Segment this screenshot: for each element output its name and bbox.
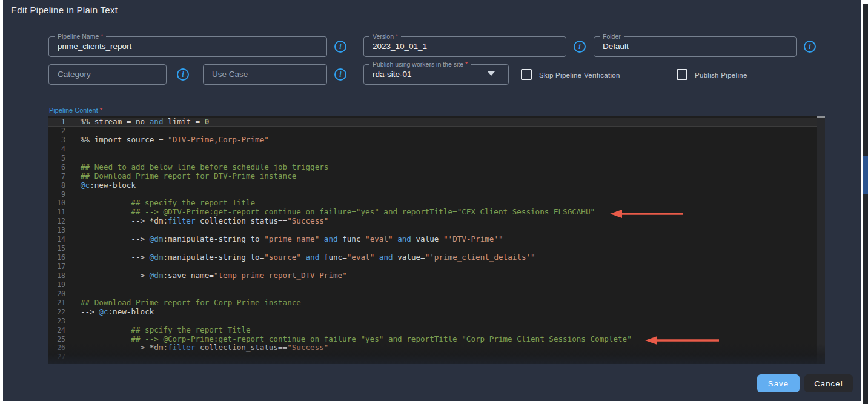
- code-line-7[interactable]: 7## Download Prime report for DTV-Prime …: [48, 172, 817, 181]
- code-text: --> @dm:save name="temp-prime-report_DTV…: [113, 271, 817, 280]
- code-text: ## Download Prime report for DTV-Prime i…: [73, 172, 817, 181]
- line-number: 16: [48, 253, 73, 262]
- code-text: [113, 353, 817, 362]
- code-line-20[interactable]: 20: [48, 290, 817, 299]
- use-case-placeholder: Use Case: [212, 70, 248, 79]
- code-text: [113, 280, 817, 290]
- site-label: Publish using workers in the site *: [369, 61, 471, 68]
- folder-input[interactable]: Folder Default: [594, 36, 797, 57]
- code-line-10[interactable]: 10 ## specify the report Title: [48, 199, 817, 208]
- skip-pipeline-verification-checkbox[interactable]: [521, 69, 532, 80]
- code-line-8[interactable]: 8@c:new-block: [48, 181, 817, 190]
- page-scrollbar[interactable]: [863, 4, 868, 404]
- code-line-3[interactable]: 3%% import_source = "DTV-Prime,Corp-Prim…: [48, 136, 817, 145]
- line-number: 13: [48, 226, 73, 235]
- code-line-22[interactable]: 22--> @c:new-block: [48, 308, 817, 317]
- line-number: 11: [48, 208, 73, 217]
- code-line-5[interactable]: 5: [48, 154, 817, 163]
- site-value: rda-site-01: [373, 70, 412, 79]
- line-number: 2: [48, 127, 73, 136]
- code-text: %% stream = no and limit = 0: [73, 118, 817, 127]
- code-text: --> @c:new-block: [73, 308, 817, 317]
- code-line-12[interactable]: 12 --> *dm:filter collection_status=="Su…: [48, 217, 817, 226]
- code-line-18[interactable]: 18 --> @dm:save name="temp-prime-report_…: [48, 271, 817, 280]
- publish-pipeline-checkbox[interactable]: [677, 69, 687, 80]
- code-line-14[interactable]: 14 --> @dm:manipulate-string to="prime_n…: [48, 235, 817, 244]
- info-icon[interactable]: i: [574, 41, 586, 53]
- pipeline-name-input[interactable]: Pipeline Name * prime_clients_report: [48, 36, 327, 57]
- page-scrollbar-thumb[interactable]: [863, 156, 868, 194]
- info-icon[interactable]: i: [177, 68, 189, 81]
- code-text: ## spcify the report Title: [113, 326, 817, 335]
- version-label: Version *: [369, 33, 401, 41]
- line-number: 9: [48, 190, 73, 199]
- category-input[interactable]: Category: [48, 64, 167, 85]
- editor-scrollbar[interactable]: [817, 116, 825, 364]
- code-line-9[interactable]: 9: [48, 190, 817, 199]
- code-line-1[interactable]: 1%% stream = no and limit = 0: [48, 118, 817, 127]
- line-number: 4: [48, 145, 73, 154]
- code-line-25[interactable]: 25 ## --> @Corp-Prime:get-report continu…: [48, 335, 817, 344]
- line-number: 19: [48, 280, 73, 290]
- code-line-24[interactable]: 24 ## spcify the report Title: [48, 326, 817, 335]
- site-select[interactable]: Publish using workers in the site * rda-…: [363, 64, 509, 85]
- line-number: 17: [48, 262, 73, 271]
- line-number: 20: [48, 290, 73, 299]
- cancel-button[interactable]: Cancel: [804, 374, 853, 392]
- save-button[interactable]: Save: [757, 374, 800, 392]
- code-text: [113, 317, 817, 326]
- pipeline-name-label: Pipeline Name *: [55, 33, 106, 41]
- skip-pipeline-verification-label: Skip Pipeline Verification: [539, 71, 620, 79]
- code-lines: 1%% stream = no and limit = 023%% import…: [48, 118, 817, 362]
- code-text: [73, 127, 817, 136]
- edit-pipeline-dialog: Edit Pipeline in Plain Text Pipeline Nam…: [3, 0, 861, 401]
- use-case-input[interactable]: Use Case: [203, 64, 327, 85]
- chevron-down-icon: [488, 71, 495, 76]
- line-number: 10: [48, 199, 73, 208]
- line-number: 3: [48, 136, 73, 145]
- line-number: 8: [48, 181, 73, 190]
- line-number: 12: [48, 217, 73, 226]
- pipeline-content-editor[interactable]: 1%% stream = no and limit = 023%% import…: [48, 116, 825, 364]
- code-text: [113, 244, 817, 253]
- info-icon[interactable]: i: [334, 41, 346, 53]
- info-icon[interactable]: i: [804, 41, 816, 53]
- code-text: [113, 190, 817, 199]
- code-line-11[interactable]: 11 ## --> @DTV-Prime:get-report continue…: [48, 208, 817, 217]
- line-number: 24: [48, 326, 73, 335]
- code-line-15[interactable]: 15: [48, 244, 817, 253]
- line-number: 14: [48, 235, 73, 244]
- line-number: 6: [48, 163, 73, 172]
- code-line-2[interactable]: 2: [48, 127, 817, 136]
- line-number: 7: [48, 172, 73, 181]
- code-text: [73, 154, 817, 163]
- code-line-13[interactable]: 13: [48, 226, 817, 235]
- code-line-4[interactable]: 4: [48, 145, 817, 154]
- line-number: 21: [48, 299, 73, 308]
- code-line-17[interactable]: 17: [48, 262, 817, 271]
- line-number: 18: [48, 271, 73, 280]
- code-line-6[interactable]: 6## Need to add below line before schedu…: [48, 163, 817, 172]
- code-text: [113, 262, 817, 271]
- info-icon[interactable]: i: [334, 68, 346, 81]
- version-value: 2023_10_01_1: [373, 42, 427, 51]
- code-text: ## --> @Corp-Prime:get-report continue_o…: [113, 335, 817, 344]
- line-number: 26: [48, 343, 73, 353]
- code-text: --> *dm:filter collection_status=="Succe…: [113, 217, 817, 226]
- publish-pipeline-label: Publish Pipeline: [695, 71, 747, 79]
- code-line-16[interactable]: 16 --> @dm:manipulate-string to="source"…: [48, 253, 817, 262]
- code-text: %% import_source = "DTV-Prime,Corp-Prime…: [73, 136, 817, 145]
- code-line-26[interactable]: 26 --> *dm:filter collection_status=="Su…: [48, 343, 817, 353]
- code-line-19[interactable]: 19: [48, 280, 817, 290]
- code-line-21[interactable]: 21## Download Prime report for Corp-Prim…: [48, 299, 817, 308]
- line-number: 25: [48, 335, 73, 344]
- page: Edit Pipeline in Plain Text Pipeline Nam…: [0, 0, 868, 404]
- pipeline-name-value: prime_clients_report: [58, 42, 131, 51]
- version-input[interactable]: Version * 2023_10_01_1: [363, 36, 566, 57]
- code-line-27[interactable]: 27: [48, 353, 817, 362]
- line-number: 5: [48, 154, 73, 163]
- code-line-23[interactable]: 23: [48, 317, 817, 326]
- line-number: 1: [48, 118, 73, 127]
- code-text: --> *dm:filter collection_status=="Succe…: [113, 343, 817, 353]
- dialog-title: Edit Pipeline in Plain Text: [11, 5, 118, 15]
